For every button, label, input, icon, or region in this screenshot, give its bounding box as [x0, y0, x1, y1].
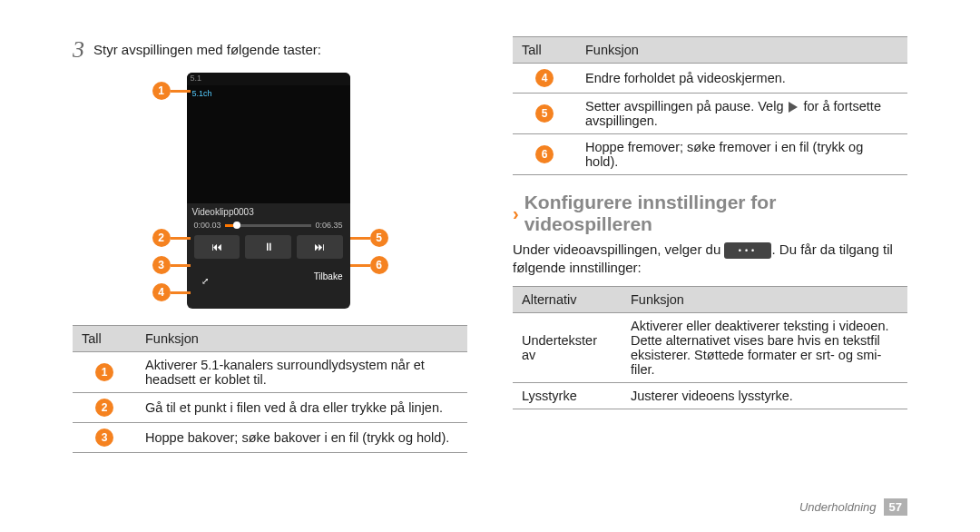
opt-key: Lysstyrke — [513, 382, 622, 409]
phone-screenshot: 5.1 5.1ch Videoklipp0003 0:00.03 0:06.35… — [152, 73, 388, 309]
row-num-4: 4 — [535, 69, 554, 87]
pause-button[interactable]: ⏸ — [245, 235, 291, 259]
back-label[interactable]: Tilbake — [314, 271, 343, 290]
table-row: 2 Gå til et punkt i filen ved å dra elle… — [73, 393, 467, 423]
next-button[interactable]: ⏭ — [297, 235, 343, 259]
opt-val: Justerer videoens lysstyrke. — [622, 382, 907, 409]
table-row: Lysstyrke Justerer videoens lysstyrke. — [513, 382, 907, 409]
table-row: 1 Aktiverer 5.1-kanalers surroundlydsyst… — [73, 352, 467, 393]
row-text: Aktiverer 5.1-kanalers surroundlydsystem… — [136, 352, 467, 393]
row-num-1: 1 — [95, 363, 113, 381]
progress-bar[interactable] — [225, 224, 312, 227]
menu-dots-icon: ••• — [724, 242, 771, 259]
callout-3: 3 — [152, 256, 171, 274]
callout-2: 2 — [152, 229, 171, 247]
table-row: Undertekster av Aktiverer eller deaktive… — [513, 312, 907, 382]
opt-key: Undertekster av — [513, 312, 622, 382]
row-num-2: 2 — [95, 399, 113, 417]
table-row: 5 Setter avspillingen på pause. Velg for… — [513, 94, 907, 134]
options-table: Alternativ Funksjon Undertekster av Akti… — [513, 286, 907, 409]
function-table-left: Tall Funksjon 1 Aktiverer 5.1-kanalers s… — [73, 325, 467, 453]
callout-5: 5 — [370, 229, 388, 247]
surround-icon: 5.1ch — [192, 89, 212, 98]
col-funksjon: Funksjon — [622, 286, 907, 312]
callout-4: 4 — [152, 283, 171, 301]
callout-1: 1 — [152, 82, 171, 100]
row-num-5: 5 — [535, 104, 554, 123]
section-title: Konfigurere innstillinger for videospill… — [524, 192, 907, 235]
time-elapsed: 0:00.03 — [194, 221, 221, 230]
row-text: Hoppe bakover; søke bakover i en fil (tr… — [136, 423, 467, 453]
row-text: Endre forholdet på videoskjermen. — [576, 64, 907, 94]
table-row: 6 Hoppe fremover; søke fremover i en fil… — [513, 134, 907, 175]
status-audio-label: 5.1 — [191, 74, 202, 84]
callout-6: 6 — [370, 256, 388, 274]
opt-val: Aktiverer eller deaktiverer teksting i v… — [622, 312, 907, 382]
prev-button[interactable]: ⏮ — [194, 235, 240, 259]
function-table-right: Tall Funksjon 4 Endre forholdet på video… — [513, 36, 907, 175]
play-icon — [789, 102, 798, 113]
table-row: 3 Hoppe bakover; søke bakover i en fil (… — [73, 423, 467, 453]
section-caret-icon: › — [513, 203, 519, 224]
row-text: Setter avspillingen på pause. Velg for å… — [576, 94, 907, 134]
row-num-3: 3 — [95, 429, 113, 447]
col-tall: Tall — [73, 326, 136, 352]
row-text: Gå til et punkt i filen ved å dra eller … — [136, 393, 467, 423]
page-number: 57 — [884, 498, 907, 516]
col-funksjon: Funksjon — [576, 37, 907, 64]
row-num-6: 6 — [535, 145, 554, 163]
footer-section: Underholdning — [799, 500, 877, 514]
aspect-icon[interactable]: ⤢ — [194, 271, 216, 290]
row-text: Hoppe fremover; søke fremover i en fil (… — [576, 134, 907, 175]
section-intro: Under videoavspillingen, velger du •••. … — [513, 241, 907, 277]
col-alternativ: Alternativ — [513, 286, 622, 312]
step-number: 3 — [73, 36, 84, 64]
col-tall: Tall — [513, 37, 576, 64]
col-funksjon: Funksjon — [136, 326, 467, 352]
time-total: 0:06.35 — [315, 221, 342, 230]
video-title: Videoklipp0003 — [187, 203, 350, 221]
table-row: 4 Endre forholdet på videoskjermen. — [513, 64, 907, 94]
step-intro-text: Styr avspillingen med følgende taster: — [93, 36, 321, 64]
